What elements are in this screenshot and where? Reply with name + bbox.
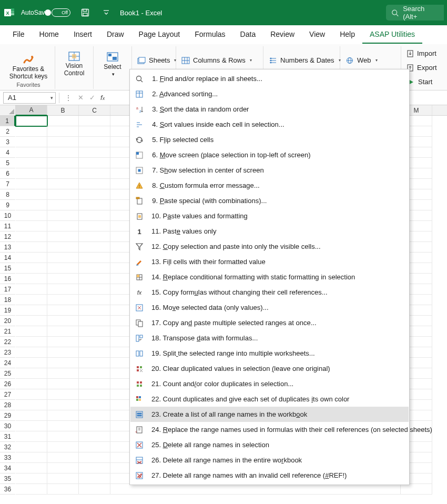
cell[interactable] [16, 379, 47, 389]
cell[interactable] [79, 347, 110, 358]
web-button[interactable]: Web▾ [342, 54, 399, 67]
row-header[interactable]: 35 [0, 473, 15, 484]
vision-control-button[interactable]: Vision Control [59, 47, 89, 80]
cell[interactable] [79, 442, 110, 452]
menu-item-23[interactable]: 23. Create a list of all range names in … [130, 407, 409, 422]
row-header[interactable]: 6 [0, 168, 15, 179]
tab-asap-utilities[interactable]: ASAP Utilities [362, 26, 422, 44]
row-header[interactable]: 3 [0, 137, 15, 147]
cell[interactable] [79, 452, 110, 463]
menu-item-21[interactable]: 21. Count and/or color duplicates in sel… [130, 376, 409, 391]
row-header[interactable]: 11 [0, 221, 15, 231]
tab-insert[interactable]: Insert [66, 26, 99, 44]
row-header[interactable]: 4 [0, 147, 15, 158]
cell[interactable] [47, 295, 79, 305]
menu-item-8[interactable]: !8. Custom formula error message... [130, 178, 409, 193]
cell[interactable] [47, 263, 79, 274]
cell[interactable] [79, 242, 110, 253]
menu-item-18[interactable]: 18. Transpose data with formulas... [130, 330, 409, 346]
cell[interactable] [47, 200, 79, 210]
row-header[interactable]: 7 [0, 179, 15, 189]
cell[interactable] [16, 400, 47, 410]
cell[interactable] [79, 316, 110, 326]
cell[interactable] [16, 326, 47, 337]
cell[interactable] [47, 221, 79, 231]
select-button[interactable]: Select ▾ [98, 47, 127, 80]
cell[interactable] [79, 379, 110, 389]
cell[interactable] [47, 126, 79, 137]
qat-dropdown-icon[interactable] [99, 5, 114, 20]
cell[interactable] [79, 274, 110, 284]
select-all-triangle[interactable] [0, 105, 16, 116]
cell[interactable] [16, 473, 47, 484]
cell[interactable] [16, 421, 47, 431]
chevron-down-icon[interactable]: ▾ [50, 95, 53, 100]
columns-rows-button[interactable]: Columns & Rows▾ [178, 54, 261, 67]
cell[interactable] [16, 242, 47, 253]
cell[interactable] [16, 347, 47, 358]
cell[interactable] [79, 158, 110, 168]
cell[interactable] [79, 116, 110, 126]
name-box[interactable]: A1 ▾ [3, 92, 56, 104]
cell[interactable] [47, 421, 79, 431]
menu-item-6[interactable]: 6. Move screen (place selection in top-l… [130, 147, 409, 163]
save-icon[interactable] [78, 5, 93, 20]
row-header[interactable]: 34 [0, 463, 15, 473]
cell[interactable] [47, 347, 79, 358]
cell[interactable] [47, 274, 79, 284]
cell[interactable] [79, 431, 110, 442]
menu-item-2[interactable]: 2. Advanced sorting... [130, 86, 409, 102]
cell[interactable] [16, 368, 47, 379]
column-header[interactable]: C [79, 105, 110, 115]
menu-item-25[interactable]: 25. Delete all range names in selection [130, 437, 409, 452]
menu-item-12[interactable]: 12. Copy selection and paste into only t… [130, 239, 409, 254]
menu-item-17[interactable]: 17. Copy and paste multiple selected ran… [130, 315, 409, 330]
cell[interactable] [47, 452, 79, 463]
cell[interactable] [110, 484, 401, 495]
tab-file[interactable]: File [5, 26, 32, 44]
cell[interactable] [79, 337, 110, 347]
cell[interactable] [47, 231, 79, 242]
cell[interactable] [47, 305, 79, 316]
cell[interactable] [47, 242, 79, 253]
column-header[interactable]: A [16, 105, 47, 116]
row-header[interactable]: 14 [0, 253, 15, 263]
cell[interactable] [16, 337, 47, 347]
cell[interactable] [47, 168, 79, 179]
cell[interactable] [79, 210, 110, 221]
cell[interactable] [16, 295, 47, 305]
menu-item-22[interactable]: 22. Count duplicates and give each set o… [130, 391, 409, 407]
tab-data[interactable]: Data [233, 26, 263, 44]
row-header[interactable]: 24 [0, 358, 15, 368]
row-header[interactable]: 28 [0, 400, 15, 410]
row-header[interactable]: 19 [0, 305, 15, 316]
cell[interactable] [79, 368, 110, 379]
cell[interactable] [47, 147, 79, 158]
cell[interactable] [79, 358, 110, 368]
row-header[interactable]: 17 [0, 284, 15, 295]
row-header[interactable]: 9 [0, 200, 15, 210]
row-header[interactable]: 15 [0, 263, 15, 274]
options-icon[interactable]: ⋮ [63, 94, 74, 102]
cell[interactable] [16, 168, 47, 179]
favorites-shortcut-keys-button[interactable]: Favorites & Shortcut keys [6, 47, 50, 80]
cell[interactable] [47, 358, 79, 368]
row-header[interactable]: 25 [0, 368, 15, 379]
menu-item-27[interactable]: 27. Delete all range names with an inval… [130, 468, 409, 483]
row-header[interactable]: 21 [0, 326, 15, 337]
cell[interactable] [79, 137, 110, 147]
tab-page-layout[interactable]: Page Layout [131, 26, 188, 44]
cell[interactable] [47, 484, 79, 495]
row-header[interactable]: 26 [0, 379, 15, 389]
row-header[interactable]: 31 [0, 431, 15, 442]
cell[interactable] [16, 147, 47, 158]
cell[interactable] [79, 200, 110, 210]
cell[interactable] [47, 116, 79, 126]
cell[interactable] [79, 326, 110, 337]
cell[interactable] [47, 137, 79, 147]
cancel-icon[interactable]: ✕ [75, 93, 86, 103]
cell[interactable] [16, 316, 47, 326]
cell[interactable] [47, 158, 79, 168]
cell[interactable] [47, 189, 79, 200]
row-header[interactable]: 32 [0, 442, 15, 452]
